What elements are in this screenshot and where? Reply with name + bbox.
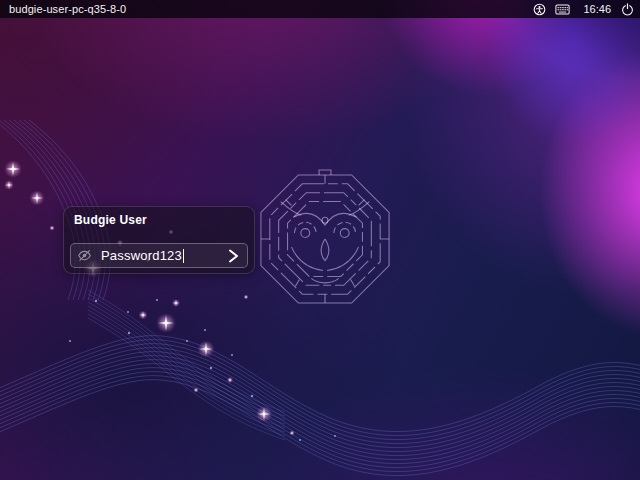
lock-screen: budgie-user-pc-q35-8-0 16:46 xyxy=(0,0,640,480)
top-panel: budgie-user-pc-q35-8-0 16:46 xyxy=(0,0,640,18)
budgie-owl-maze-logo xyxy=(256,168,394,310)
password-field[interactable]: Password123 xyxy=(70,243,248,268)
panel-tray: 16:46 xyxy=(533,0,634,18)
clock-label: 16:46 xyxy=(583,0,611,18)
power-icon[interactable] xyxy=(621,3,634,16)
text-caret xyxy=(183,249,184,263)
hostname-label: budgie-user-pc-q35-8-0 xyxy=(9,0,126,18)
submit-login-button[interactable] xyxy=(226,248,240,264)
username-label: Budgie User xyxy=(74,213,147,227)
sparkle-stars xyxy=(4,160,295,436)
login-dialog: Budgie User Password123 xyxy=(63,206,255,274)
keyboard-layout-icon[interactable] xyxy=(555,4,570,15)
password-input-text: Password123 xyxy=(101,248,182,263)
eye-slash-icon[interactable] xyxy=(77,248,92,263)
accessibility-menu-icon[interactable] xyxy=(533,3,546,16)
